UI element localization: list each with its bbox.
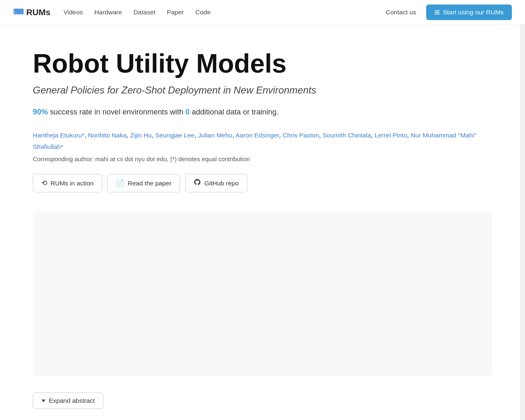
action-buttons: ⟲ RUMs in action 📄 Read the paper GitHub…: [33, 174, 492, 192]
author-9[interactable]: Lerrel Pinto: [374, 132, 407, 139]
navbar-logo[interactable]: ⌨ RUMs: [13, 7, 50, 17]
contact-link[interactable]: Contact us: [386, 9, 416, 16]
stat-text-after: additional data or training.: [189, 107, 278, 116]
author-1[interactable]: Haritheja Etukuru*: [33, 132, 84, 139]
rums-in-action-label: RUMs in action: [50, 180, 94, 187]
start-using-rums-button[interactable]: ⊞ Start using our RUMs: [426, 5, 512, 20]
author-7[interactable]: Chris Paxton: [283, 132, 319, 139]
video-placeholder: [33, 212, 492, 376]
stat-text-before: success rate in novel environments with: [48, 107, 185, 116]
expand-abstract-button[interactable]: Expand abstract: [33, 393, 103, 409]
rums-in-action-button[interactable]: ⟲ RUMs in action: [33, 174, 102, 192]
corresponding-author: Corresponding author: mahi at cs dot nyu…: [33, 156, 492, 162]
navbar-right: Contact us ⊞ Start using our RUMs: [386, 5, 512, 20]
logo-text: RUMs: [26, 7, 50, 17]
page-title: Robot Utility Models: [33, 49, 492, 78]
github-icon: [194, 178, 201, 188]
navbar: ⌨ RUMs Videos Hardware Dataset Paper Cod…: [0, 0, 525, 25]
author-2[interactable]: Norihito Naka: [88, 132, 127, 139]
paper-icon: 📄: [116, 179, 124, 187]
authors-list: Haritheja Etukuru*, Norihito Naka, Zijin…: [33, 130, 492, 153]
nav-link-code[interactable]: Code: [195, 9, 210, 16]
author-6[interactable]: Aaron Edsinger: [235, 132, 279, 139]
hero-subtitle: General Policies for Zero-Shot Deploymen…: [33, 84, 492, 96]
nav-link-hardware[interactable]: Hardware: [94, 9, 122, 16]
nav-link-paper[interactable]: Paper: [167, 9, 184, 16]
chevron-down-icon: [41, 399, 46, 402]
hero-stats: 90% success rate in novel environments w…: [33, 107, 492, 116]
logo-icon: ⌨: [13, 8, 24, 16]
scrollbar[interactable]: [520, 0, 525, 420]
rums-icon: ⟲: [41, 179, 47, 187]
cta-icon: ⊞: [434, 9, 440, 16]
navbar-links: Videos Hardware Dataset Paper Code: [64, 9, 386, 16]
stat-percent: 90%: [33, 107, 48, 116]
author-3[interactable]: Zijin Hu: [130, 132, 152, 139]
author-5[interactable]: Julian Mehu: [198, 132, 233, 139]
author-8[interactable]: Soumith Chintala: [322, 132, 371, 139]
main-content: Robot Utility Models General Policies fo…: [16, 25, 509, 420]
github-repo-label: GitHub repo: [204, 180, 239, 187]
nav-link-dataset[interactable]: Dataset: [133, 9, 155, 16]
read-paper-label: Read the paper: [128, 180, 171, 187]
expand-abstract-label: Expand abstract: [49, 397, 95, 404]
cta-label: Start using our RUMs: [443, 9, 504, 16]
stat-zero: 0: [185, 107, 189, 116]
nav-link-videos[interactable]: Videos: [64, 9, 83, 16]
author-4[interactable]: Seungjae Lee: [155, 132, 194, 139]
read-paper-button[interactable]: 📄 Read the paper: [107, 174, 180, 192]
github-repo-button[interactable]: GitHub repo: [185, 174, 247, 192]
